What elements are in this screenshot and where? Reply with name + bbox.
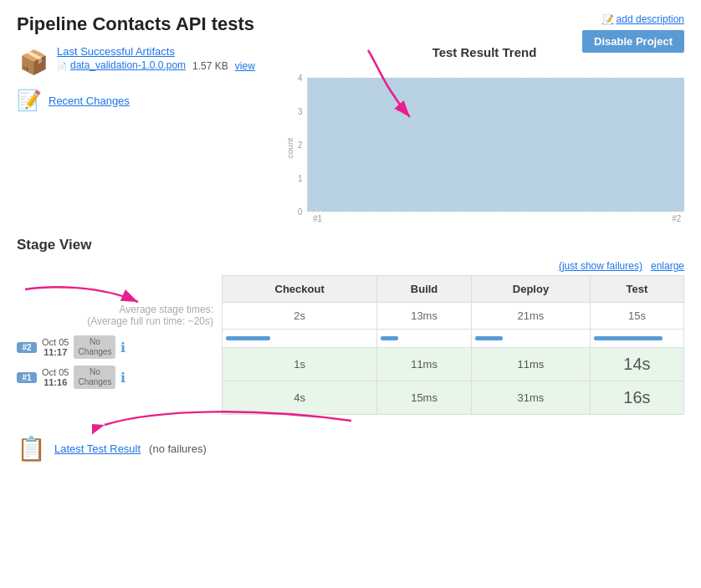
clipboard-icon: 📋: [17, 435, 46, 463]
just-show-failures-link[interactable]: (just show failures): [559, 260, 642, 272]
artifacts-icon: 📦: [17, 45, 50, 79]
build-time-val-2: 11:17: [43, 347, 67, 357]
col-deploy: Deploy: [471, 276, 590, 303]
box-icon: 📦: [19, 49, 49, 76]
avg-test: 15s: [590, 303, 683, 330]
chart-area: Test Result Trend 0 1 2 3 4 count: [284, 45, 684, 223]
build-time-1: Oct 05 11:16: [42, 367, 69, 387]
build-badge-2: #2: [17, 342, 37, 353]
artifact-view-link[interactable]: view: [235, 60, 255, 72]
add-description-link[interactable]: add description: [602, 13, 684, 25]
table-header-row: Checkout Build Deploy Test: [223, 276, 684, 303]
avg-checkout: 2s: [223, 303, 377, 330]
top-actions: add description Disable Project: [582, 13, 684, 53]
artifact-size: 1.57 KB: [192, 60, 228, 72]
build1-test: 16s: [590, 381, 683, 415]
svg-text:#1: #1: [313, 214, 322, 223]
no-changes-badge-2: NoChanges: [74, 335, 115, 359]
last-successful-artifacts-link[interactable]: Last Successful Artifacts: [57, 45, 255, 58]
enlarge-link[interactable]: enlarge: [651, 260, 684, 272]
recent-changes-icon: 📝: [17, 89, 42, 112]
progress-test: [590, 330, 683, 348]
stage-left: Average stage times: (Average full run t…: [17, 260, 222, 392]
arrow-stage-svg: [17, 277, 151, 327]
build-row-1: #1 Oct 05 11:16 NoChanges ℹ: [17, 366, 222, 389]
svg-text:2: 2: [298, 141, 302, 150]
svg-text:1: 1: [298, 174, 302, 183]
build-row-2: #2 Oct 05 11:17 NoChanges ℹ: [17, 335, 222, 359]
artifact-details: Last Successful Artifacts 📄 data_validat…: [57, 45, 255, 73]
build-badge-1: #1: [17, 372, 37, 383]
progress-bar-build: [381, 336, 398, 340]
info-icon-2[interactable]: ℹ: [120, 340, 125, 355]
progress-build: [377, 330, 472, 348]
progress-bar-row: [223, 330, 684, 348]
svg-text:3: 3: [298, 107, 303, 116]
artifact-file-row: 📄 data_validation-1.0.0.pom 1.57 KB view: [57, 59, 255, 73]
build-date-1: Oct 05: [42, 367, 69, 377]
svg-text:4: 4: [298, 74, 303, 83]
recent-changes-link[interactable]: Recent Changes: [49, 95, 130, 107]
build1-build: 15ms: [377, 381, 472, 415]
progress-deploy: [471, 330, 590, 348]
left-panel: 📦 Last Successful Artifacts 📄 data_valid…: [17, 45, 268, 223]
stage-view-section: Average stage times: (Average full run t…: [17, 260, 684, 415]
info-icon-1[interactable]: ℹ: [120, 370, 125, 386]
no-changes-badge-1: NoChanges: [74, 366, 115, 389]
no-failures-label: (no failures): [149, 442, 207, 455]
build-rows: #2 Oct 05 11:17 NoChanges ℹ #1 Oct 05: [17, 335, 222, 392]
avg-times-row: 2s 13ms 21ms 15s: [223, 303, 684, 330]
chart-svg: 0 1 2 3 4 count #1 #: [284, 64, 684, 223]
disable-project-button[interactable]: Disable Project: [582, 30, 684, 53]
build2-build: 11ms: [377, 348, 472, 381]
build2-deploy: 11ms: [471, 348, 590, 381]
latest-test-result-link[interactable]: Latest Test Result: [54, 442, 141, 455]
recent-changes-block: 📝 Recent Changes: [17, 89, 268, 112]
svg-rect-11: [307, 78, 684, 212]
build-time-val-1: 11:16: [43, 377, 67, 387]
stage-view-title: Stage View: [17, 237, 684, 253]
artifacts-block: 📦 Last Successful Artifacts 📄 data_valid…: [17, 45, 268, 79]
stage-view-wrapper: Stage View Average stage times:: [17, 237, 684, 415]
svg-text:count: count: [285, 138, 294, 159]
build2-checkout: 1s: [223, 348, 377, 381]
bottom-section: 📋 Latest Test Result (no failures): [17, 435, 684, 463]
build-date-2: Oct 05: [42, 337, 69, 347]
progress-bar-checkout: [226, 336, 270, 340]
col-checkout: Checkout: [223, 276, 377, 303]
file-icon: 📄: [57, 62, 67, 71]
build2-test: 14s: [590, 348, 683, 381]
avg-deploy: 21ms: [471, 303, 590, 330]
stage-table-wrapper: (just show failures) enlarge Checkout Bu…: [222, 260, 684, 415]
svg-text:0: 0: [298, 207, 303, 217]
svg-text:#2: #2: [672, 214, 681, 223]
progress-bar-deploy: [475, 336, 503, 340]
progress-checkout: [223, 330, 377, 348]
progress-bar-test: [594, 336, 663, 340]
artifact-file-link[interactable]: data_validation-1.0.0.pom: [70, 59, 186, 71]
build-2-data-row: 1s 11ms 11ms 14s: [223, 348, 684, 381]
arrow-bottom-svg: [92, 400, 360, 442]
col-build: Build: [377, 276, 472, 303]
stage-links: (just show failures) enlarge: [222, 260, 684, 272]
build-time-2: Oct 05 11:17: [42, 337, 69, 357]
col-test: Test: [590, 276, 683, 303]
chart-container: 0 1 2 3 4 count #1 #: [284, 64, 684, 223]
build1-deploy: 31ms: [471, 381, 590, 415]
stage-table: Checkout Build Deploy Test 2s 13ms 21ms …: [222, 275, 684, 415]
avg-build: 13ms: [377, 303, 472, 330]
info-section: 📦 Last Successful Artifacts 📄 data_valid…: [17, 45, 684, 223]
